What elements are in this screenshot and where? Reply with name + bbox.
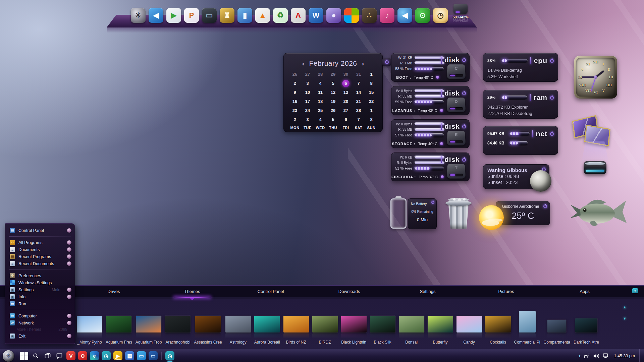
calendar-power-button[interactable] xyxy=(382,58,391,66)
calendar-day-cell[interactable]: 7 xyxy=(352,116,365,123)
player-icon[interactable]: ▶Player xyxy=(113,351,122,360)
edge-icon[interactable]: e xyxy=(90,351,99,360)
disk-power-button[interactable] xyxy=(462,125,466,128)
usb-icon[interactable] xyxy=(584,353,590,359)
calendar-day-cell[interactable]: 11 xyxy=(314,89,327,96)
theme-item[interactable]: Assassins Cree xyxy=(194,316,222,345)
calendar-day-cell[interactable]: 3 xyxy=(301,116,314,123)
p-app-icon[interactable]: P xyxy=(184,8,199,23)
calendar-day-cell[interactable]: 15 xyxy=(365,89,378,96)
music-icon[interactable]: ♪ xyxy=(380,8,394,23)
calendar-day-cell[interactable]: 12 xyxy=(327,89,339,96)
calendar-day-cell[interactable]: 3 xyxy=(301,80,314,87)
calendar-day-cell[interactable]: 25 xyxy=(314,107,327,114)
task-view-icon[interactable] xyxy=(43,351,52,360)
calendar-day-cell[interactable]: 27 xyxy=(301,71,314,78)
theme-item[interactable]: Black Silk xyxy=(370,316,395,345)
calendar-day-cell[interactable]: 18 xyxy=(314,98,327,105)
theme-item[interactable]: Candy xyxy=(457,316,482,345)
calendar-day-cell[interactable]: 10 xyxy=(301,89,314,96)
theme-item[interactable]: Butterfly xyxy=(428,316,453,345)
calendar-day-cell[interactable]: 28 xyxy=(314,71,327,78)
menu-item-orb[interactable] xyxy=(67,295,71,299)
cpu-power-button[interactable] xyxy=(550,59,554,63)
opera-icon[interactable]: O xyxy=(78,351,87,360)
menu-item-orb[interactable] xyxy=(67,228,71,233)
theme-item[interactable]: BIRDZ xyxy=(312,316,338,345)
calendar-day-cell[interactable]: 7 xyxy=(352,80,365,87)
calendar-day-cell[interactable]: 21 xyxy=(352,98,365,105)
theme-item[interactable]: _Monty Pytho xyxy=(77,316,102,345)
theme-item[interactable]: Birds of NZ xyxy=(283,316,309,345)
menu-item-recent-programs[interactable]: ▦Recent Programs xyxy=(5,253,75,260)
calendar-next-button[interactable]: › xyxy=(362,60,364,67)
disk-power-button[interactable] xyxy=(462,158,466,162)
calendar-day-cell[interactable]: 4 xyxy=(314,80,327,87)
calendar-day-cell[interactable]: 17 xyxy=(301,98,314,105)
menu-item-exit[interactable]: ▣Exit xyxy=(5,333,75,340)
menu-item-orb[interactable] xyxy=(67,247,71,252)
recycle-bin-icon[interactable] xyxy=(446,198,471,229)
theme-item[interactable]: Black Lightnin xyxy=(341,316,367,345)
disk-gauge-icon[interactable]: 58%/42%58%/42% xyxy=(451,4,470,23)
tiles-icon[interactable]: ▦ xyxy=(125,351,134,360)
ram-power-button[interactable] xyxy=(550,96,554,100)
calendar-day-cell[interactable]: 23 xyxy=(288,107,301,114)
menu-item-orb[interactable] xyxy=(67,288,71,292)
timer-icon[interactable]: ◷ xyxy=(102,351,111,360)
screen-icon[interactable]: ▭ xyxy=(202,8,217,23)
calendar-day-cell[interactable]: 4 xyxy=(314,116,327,123)
tray-expand-button[interactable]: + xyxy=(578,353,581,359)
net-power-button[interactable] xyxy=(550,132,554,136)
theme-item[interactable]: Compartmenta xyxy=(544,320,570,345)
screen-share-icon[interactable]: ▭ xyxy=(137,351,146,360)
calendar-day-cell[interactable]: 26 xyxy=(288,71,301,78)
calendar-day-cell[interactable]: 20 xyxy=(339,98,352,105)
calendar-day-cell[interactable]: 30 xyxy=(339,71,352,78)
menu-item-computer[interactable]: ▭Computer xyxy=(5,312,75,319)
calendar-day-cell[interactable]: 22 xyxy=(365,98,378,105)
windows-flag-icon[interactable] xyxy=(344,8,359,23)
calendar-day-cell[interactable]: 24 xyxy=(301,107,314,114)
windows-start-icon[interactable] xyxy=(19,351,29,360)
calendar-day-cell[interactable]: 5 xyxy=(327,116,339,123)
tab-settings[interactable]: Settings xyxy=(388,286,467,297)
robot-icon[interactable]: ♜ xyxy=(220,8,234,23)
calendar-day-cell[interactable]: 1 xyxy=(365,107,378,114)
menu-item-orb[interactable] xyxy=(67,314,71,318)
tab-pictures[interactable]: Pictures xyxy=(467,286,545,297)
calendar-day-cell[interactable]: 13 xyxy=(339,89,352,96)
disk-power-button[interactable] xyxy=(462,92,466,95)
menu-item-all-programs[interactable]: ▱All Programs xyxy=(5,239,75,246)
recycle-icon[interactable]: ♻ xyxy=(273,8,288,23)
sphere-icon[interactable]: ● xyxy=(326,8,341,23)
menu-item-network[interactable]: ▱Network xyxy=(5,319,75,326)
menu-item-orb[interactable] xyxy=(67,240,71,245)
power-icon[interactable]: ⊙ xyxy=(415,8,430,23)
word-icon[interactable]: W xyxy=(309,8,323,23)
tab-apps[interactable]: Apps xyxy=(545,286,624,297)
menu-item-documents[interactable]: ≡Documents xyxy=(5,246,75,253)
tab-drives[interactable]: Drives xyxy=(74,286,153,297)
ornament-icon[interactable]: ✳ xyxy=(131,8,146,23)
calendar-day-cell[interactable]: 26 xyxy=(327,107,339,114)
calendar-day-cell[interactable]: 6 xyxy=(339,116,352,123)
calendar-day-cell[interactable]: 29 xyxy=(327,71,339,78)
scroll-down-icon[interactable]: ▼ xyxy=(623,316,627,320)
menu-item-info[interactable]: ▣Info xyxy=(5,293,75,300)
theme-item[interactable]: Aquarium Trop xyxy=(136,316,162,345)
taskbar-clock[interactable]: 1:45:33 pm xyxy=(612,354,636,358)
menu-item-orb[interactable] xyxy=(67,261,71,266)
calendar-day-cell[interactable]: 28 xyxy=(352,107,365,114)
calendar-day-cell[interactable]: 31 xyxy=(352,71,365,78)
back-icon[interactable]: ◀ xyxy=(149,8,163,23)
calendar-day-cell[interactable]: 2 xyxy=(288,116,301,123)
weather-power-button[interactable] xyxy=(543,204,547,208)
scroll-up-icon[interactable]: ▲ xyxy=(623,305,627,309)
alarm-clock-icon[interactable]: ◷ xyxy=(433,8,448,23)
volume-icon[interactable] xyxy=(593,353,600,359)
calendar-day-cell[interactable]: 19 xyxy=(327,98,339,105)
menu-item-windows-settings[interactable]: Windows Settings xyxy=(5,279,75,286)
paw-icon[interactable]: ∴ xyxy=(362,8,377,23)
adobe-reader-icon[interactable]: A xyxy=(291,8,306,23)
